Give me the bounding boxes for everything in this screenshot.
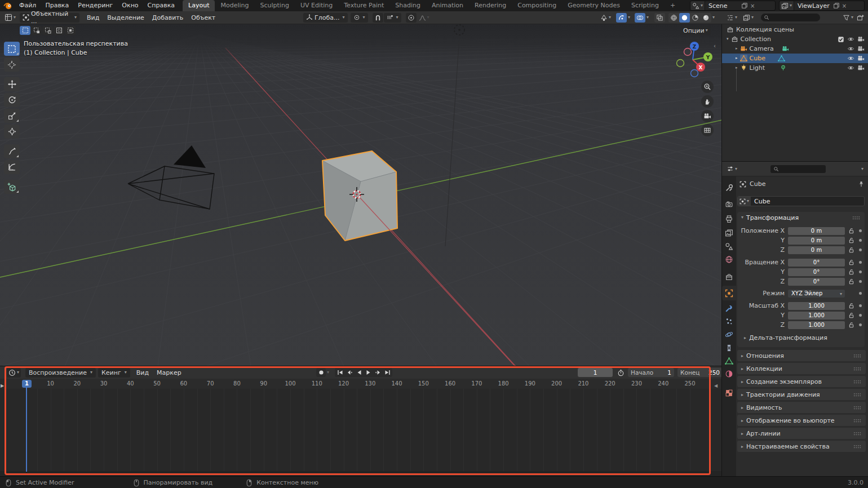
gizmo-axis-neg[interactable]: [677, 60, 684, 67]
menu-file[interactable]: Файл: [15, 0, 41, 11]
show-object-types-dropdown[interactable]: ▾: [599, 13, 613, 23]
rotation-x-field[interactable]: 0°: [788, 259, 845, 267]
viewport-menu-add[interactable]: Добавить: [148, 14, 187, 21]
select-mode-invert[interactable]: [54, 26, 64, 35]
show-overlays-toggle[interactable]: [635, 13, 645, 23]
record-button[interactable]: [316, 368, 326, 377]
collection-row[interactable]: ▾ Collection: [722, 34, 868, 44]
panel-viewport-display[interactable]: ▸Отображение во вьюпорте: [737, 415, 866, 426]
jump-to-start-button[interactable]: [335, 368, 344, 377]
properties-options-dropdown[interactable]: ▾: [861, 167, 863, 171]
tab-material[interactable]: [725, 370, 733, 378]
tab-physics[interactable]: [725, 330, 733, 339]
sidebar-toggle-arrow[interactable]: ‹: [714, 43, 716, 49]
scene-collection-row[interactable]: Коллекция сцены: [722, 25, 868, 34]
frame-end-field[interactable]: Конец 250: [677, 368, 722, 377]
animate-dot[interactable]: [859, 292, 862, 295]
snap-toggle[interactable]: [373, 13, 383, 23]
tab-world[interactable]: [725, 255, 733, 264]
editor-type-3d-viewport[interactable]: ▾: [3, 13, 17, 23]
tab-object-active[interactable]: [725, 289, 733, 298]
tab-scene[interactable]: [725, 242, 733, 251]
hide-eye-toggle[interactable]: [847, 64, 854, 72]
tab-scripting[interactable]: Scripting: [626, 0, 665, 11]
tab-constraints[interactable]: [725, 344, 733, 352]
tab-rendering[interactable]: Rendering: [469, 0, 512, 11]
tab-collection[interactable]: [725, 273, 733, 281]
properties-search-input[interactable]: [781, 165, 822, 173]
scale-y-field[interactable]: 1.000: [788, 312, 845, 320]
rotation-z-field[interactable]: 0°: [788, 278, 845, 286]
animate-dot[interactable]: [859, 270, 862, 273]
outliner-search-input[interactable]: [771, 14, 813, 21]
editor-type-timeline[interactable]: ▾: [7, 368, 21, 378]
collection-expand-icon[interactable]: ▾: [727, 37, 729, 41]
remove-view-layer-icon[interactable]: ×: [840, 3, 849, 9]
lock-icon[interactable]: [848, 322, 854, 328]
lock-icon[interactable]: [848, 247, 854, 253]
animate-dot[interactable]: [859, 249, 862, 251]
mode-dropdown[interactable]: Объектный ...▾: [20, 13, 79, 23]
tab-geometry-nodes[interactable]: Geometry Nodes: [562, 0, 626, 11]
pan-button[interactable]: [701, 95, 714, 108]
tab-compositing[interactable]: Compositing: [512, 0, 562, 11]
animate-dot[interactable]: [859, 323, 862, 326]
animate-dot[interactable]: [859, 314, 862, 317]
pivot-point-dropdown[interactable]: ▾: [351, 13, 368, 23]
blender-logo-icon[interactable]: [3, 1, 12, 10]
transform-panel-header[interactable]: ▾ Трансформация: [737, 212, 865, 223]
tool-select-box[interactable]: [4, 42, 20, 56]
play-button[interactable]: [364, 368, 373, 377]
panel-custom-properties[interactable]: ▸Настраиваемые свойства: [737, 441, 866, 452]
location-z-field[interactable]: 0 m: [788, 246, 845, 254]
timeline-scrollbar-area[interactable]: [0, 471, 722, 476]
viewport-menu-view[interactable]: Вид: [83, 14, 103, 21]
tab-uv-editing[interactable]: UV Editing: [295, 0, 338, 11]
shading-rendered-button[interactable]: [701, 13, 711, 23]
camera-expand-icon[interactable]: ▸: [736, 47, 738, 51]
options-button[interactable]: Опции▾: [680, 26, 711, 35]
select-mode-extend[interactable]: [31, 26, 42, 35]
render-camera-toggle[interactable]: [857, 45, 865, 52]
tool-rotate[interactable]: [4, 93, 20, 107]
rotation-mode-dropdown[interactable]: XYZ Эйлер▾: [788, 290, 845, 298]
shading-wireframe-button[interactable]: [668, 13, 679, 23]
outliner-display-mode-dropdown[interactable]: ▾: [741, 13, 755, 23]
lock-icon[interactable]: [848, 278, 854, 285]
new-collection-button[interactable]: [855, 13, 866, 23]
menu-window[interactable]: Окно: [117, 0, 143, 11]
menu-render[interactable]: Рендеринг: [73, 0, 117, 11]
jump-to-end-button[interactable]: [383, 368, 392, 377]
viewport-menu-select[interactable]: Выделение: [103, 14, 148, 21]
tool-measure[interactable]: [4, 160, 20, 174]
orthographic-toggle-button[interactable]: [701, 124, 714, 136]
location-y-field[interactable]: 0 m: [788, 237, 845, 245]
region-expand-arrow[interactable]: ▶: [1, 383, 4, 388]
tool-annotate[interactable]: [4, 144, 20, 158]
lock-icon[interactable]: [848, 269, 854, 275]
tab-object-data[interactable]: [725, 357, 733, 365]
lock-icon[interactable]: [848, 303, 854, 309]
tool-transform[interactable]: [4, 125, 20, 139]
cube-expand-icon[interactable]: ▸: [736, 56, 738, 60]
gizmo-axis-neg[interactable]: [691, 70, 698, 77]
animate-dot[interactable]: [859, 261, 862, 264]
unlink-scene-icon[interactable]: ×: [748, 3, 757, 9]
panel-relations[interactable]: ▸Отношения: [737, 350, 866, 361]
playhead[interactable]: [26, 387, 27, 472]
proportional-falloff-dropdown[interactable]: ▾: [417, 13, 431, 23]
render-camera-toggle[interactable]: [857, 55, 865, 62]
panel-visibility[interactable]: ▸Видимость: [737, 402, 866, 413]
scene-name[interactable]: Scene: [705, 2, 741, 10]
xray-toggle[interactable]: [654, 13, 665, 23]
scene-browse-button[interactable]: ▾: [690, 1, 705, 10]
outliner-filter-dropdown[interactable]: ▾: [841, 13, 855, 23]
snap-target-dropdown[interactable]: ▾: [384, 13, 401, 23]
tab-shading[interactable]: Shading: [389, 0, 426, 11]
shading-solid-button[interactable]: [679, 13, 690, 23]
navigation-gizmo[interactable]: Z Y X: [672, 39, 719, 87]
properties-search[interactable]: [770, 165, 826, 173]
editor-type-properties[interactable]: ▾: [725, 164, 739, 174]
animate-dot[interactable]: [859, 280, 862, 283]
overlays-dropdown[interactable]: ▾: [646, 15, 649, 20]
